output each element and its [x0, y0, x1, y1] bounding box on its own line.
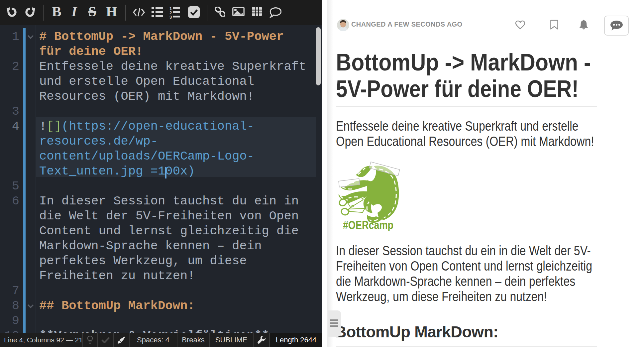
svg-text:#OERcamp: #OERcamp	[343, 219, 393, 231]
svg-text:3: 3	[169, 15, 172, 19]
